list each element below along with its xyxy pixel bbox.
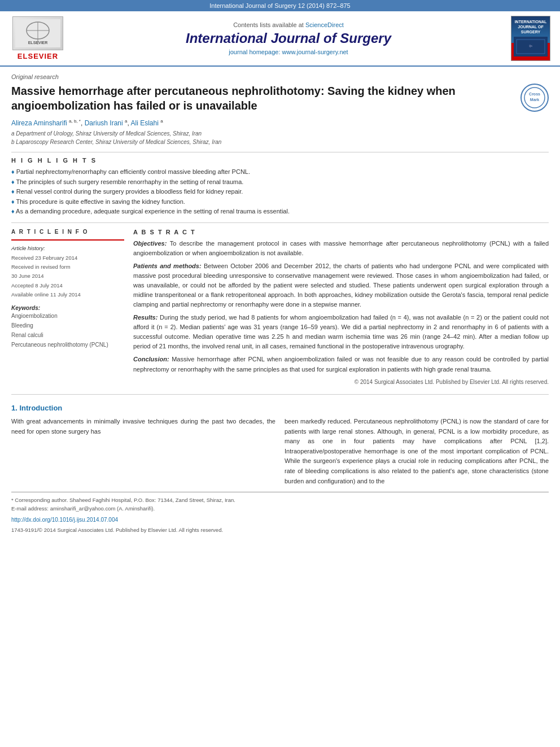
journal-reference-bar: International Journal of Surgery 12 (201… (0, 0, 560, 11)
article-type: Original research (11, 73, 549, 80)
results-label: Results: (133, 314, 160, 321)
elsevier-brand-text: ELSEVIER (18, 52, 58, 60)
journal-title: International Journal of Surgery (75, 30, 502, 46)
highlights-list: Partial nephrectomy/renorrhaphy can effi… (11, 167, 549, 217)
bottom-copyright: 1743-9191/© 2014 Surgical Associates Ltd… (11, 526, 549, 534)
abstract-label: A B S T R A C T (133, 229, 549, 235)
journal-reference-text: International Journal of Surgery 12 (201… (209, 2, 351, 9)
results-text: During the study period, we had 8 patien… (133, 314, 549, 350)
intro-title: 1. Introduction (11, 404, 549, 412)
science-direct-link[interactable]: ScienceDirect (305, 21, 344, 28)
history-label: Article history: (11, 244, 124, 253)
article-history: Article history: Received 23 February 20… (11, 244, 124, 299)
science-direct-line: Contents lists available at ScienceDirec… (75, 21, 502, 28)
divider-2 (11, 222, 549, 223)
keyword-3: Renal calculi (11, 330, 124, 340)
svg-text:Mark: Mark (530, 98, 539, 102)
svg-text:ijs: ijs (529, 44, 532, 47)
author-eslahi: Ali Eslahi (130, 119, 158, 127)
keyword-1: Angioembolization (11, 311, 124, 321)
history-accepted: Accepted 8 July 2014 (11, 281, 124, 290)
divider-1 (11, 152, 549, 152)
keywords-list: Angioembolization Bleeding Renal calculi… (11, 311, 124, 350)
highlight-item-2: The principles of such surgery resemble … (11, 177, 549, 187)
email-note: E-mail address: aminsharifi_ar@yahoo.com… (11, 504, 549, 513)
methods-text: Between October 2006 and December 2012, … (133, 263, 549, 308)
journal-header: ELSEVIER ELSEVIER Contents lists availab… (0, 11, 560, 67)
intro-right-col: been markedly reduced. Percutaneous neph… (285, 417, 549, 486)
highlight-item-5: As a demanding procedure, adequate surgi… (11, 207, 549, 217)
affiliation-b: b Laparoscopy Research Center, Shiraz Un… (11, 138, 549, 146)
elsevier-image: ELSEVIER (12, 16, 63, 50)
history-available: Available online 11 July 2014 (11, 290, 124, 299)
affiliation-a: a Department of Urology, Shiraz Universi… (11, 129, 549, 138)
doi-link[interactable]: http://dx.doi.org/10.1016/j.ijsu.2014.07… (11, 516, 549, 525)
highlights-section: H I G H L I G H T S Partial nephrectomy/… (11, 157, 549, 217)
crossmark-badge: Cross Mark (520, 84, 549, 112)
article-info-col: A R T I C L E I N F O Article history: R… (11, 229, 124, 386)
elsevier-logo-section: ELSEVIER ELSEVIER (7, 16, 69, 61)
intro-left-text: With great advancements in minimally inv… (11, 417, 275, 436)
abstract-conclusion: Conclusion: Massive hemorrhage after PCN… (133, 355, 549, 374)
highlights-label: H I G H L I G H T S (11, 157, 549, 164)
cover-text: INTERNATIONALJOURNAL OFSURGERY (515, 19, 547, 34)
keyword-4: Percutaneous nephrolithotomy (PCNL) (11, 340, 124, 350)
author-irani: Dariush Irani (85, 119, 123, 127)
highlight-item-1: Partial nephrectomy/renorrhaphy can effi… (11, 167, 549, 177)
intro-heading: Introduction (19, 404, 62, 412)
divider-3 (11, 394, 549, 395)
conclusion-text: Massive hemorrhage after PCNL when angio… (133, 356, 549, 372)
homepage-url[interactable]: www.journal-surgery.net (282, 49, 348, 55)
homepage-label: journal homepage: (229, 49, 282, 55)
red-divider (11, 239, 124, 241)
highlight-item-3: Renal vessel control during the surgery … (11, 187, 549, 197)
highlight-item-4: This procedure is quite effective in sav… (11, 197, 549, 207)
introduction-section: 1. Introduction With great advancements … (11, 404, 549, 486)
keywords-section: Keywords: Angioembolization Bleeding Ren… (11, 305, 124, 350)
author-aminsharifi: Alireza Aminsharifi (11, 119, 67, 127)
intro-body: With great advancements in minimally inv… (11, 417, 549, 486)
cover-box: INTERNATIONALJOURNAL OFSURGERY ijs (511, 16, 550, 61)
journal-cover-logo: INTERNATIONALJOURNAL OFSURGERY ijs (508, 16, 553, 61)
abstract-objectives: Objectives: To describe the management p… (133, 239, 549, 258)
journal-homepage: journal homepage: www.journal-surgery.ne… (75, 49, 502, 55)
intro-right-text: been markedly reduced. Percutaneous neph… (285, 417, 549, 486)
objectives-label: Objectives: (133, 240, 170, 247)
conclusion-label: Conclusion: (133, 356, 172, 362)
abstract-copyright: © 2014 Surgical Associates Ltd. Publishe… (133, 378, 549, 387)
abstract-col: A B S T R A C T Objectives: To describe … (133, 229, 549, 386)
abstract-methods: Patients and methods: Between October 20… (133, 261, 549, 309)
main-content: Original research Massive hemorrhage aft… (0, 67, 560, 541)
svg-text:Cross: Cross (529, 92, 540, 96)
article-title: Massive hemorrhage after percutaneous ne… (11, 84, 515, 113)
history-revised-date: 30 June 2014 (11, 272, 124, 281)
history-revised-label: Received in revised form (11, 263, 124, 272)
footnote-section: * Corresponding author. Shaheed Faghihi … (11, 492, 549, 534)
keyword-2: Bleeding (11, 321, 124, 330)
intro-number: 1. (11, 404, 18, 412)
history-received: Received 23 February 2014 (11, 254, 124, 263)
article-title-section: Massive hemorrhage after percutaneous ne… (11, 84, 549, 113)
abstract-text: Objectives: To describe the management p… (133, 239, 549, 386)
science-direct-prefix: Contents lists available at (233, 21, 304, 28)
objectives-text: To describe the management protocol in c… (133, 240, 549, 256)
header-center: Contents lists available at ScienceDirec… (75, 16, 502, 61)
keywords-label: Keywords: (11, 305, 124, 311)
article-info-label: A R T I C L E I N F O (11, 229, 124, 235)
corresponding-note: * Corresponding author. Shaheed Faghihi … (11, 496, 549, 504)
authors-line: Alireza Aminsharifi a, b, *, Dariush Ira… (11, 119, 549, 127)
intro-left-col: With great advancements in minimally inv… (11, 417, 275, 486)
info-abstract-section: A R T I C L E I N F O Article history: R… (11, 229, 549, 386)
methods-label: Patients and methods: (133, 263, 204, 269)
abstract-results: Results: During the study period, we had… (133, 313, 549, 351)
affiliations: a Department of Urology, Shiraz Universi… (11, 129, 549, 146)
svg-text:ELSEVIER: ELSEVIER (28, 41, 48, 45)
